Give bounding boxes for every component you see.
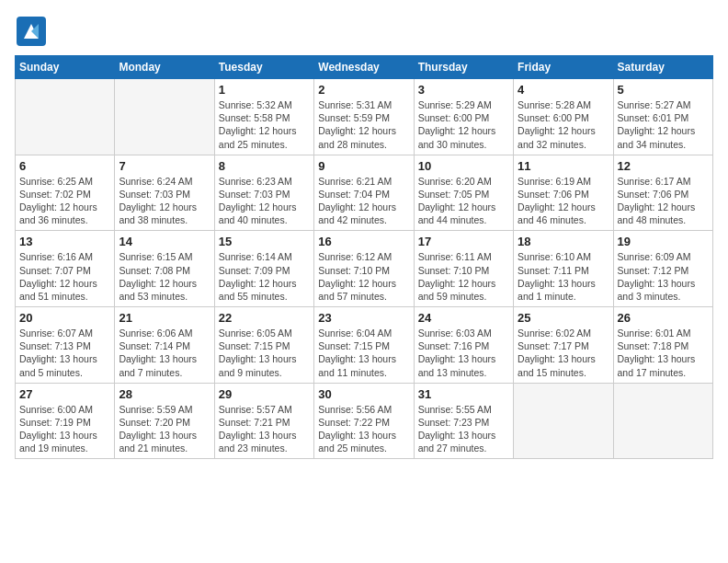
day-info: Sunrise: 5:28 AM Sunset: 6:00 PM Dayligh… xyxy=(518,98,609,151)
weekday-header-row: SundayMondayTuesdayWednesdayThursdayFrid… xyxy=(16,56,713,79)
day-info: Sunrise: 6:09 AM Sunset: 7:12 PM Dayligh… xyxy=(618,250,709,303)
day-number: 4 xyxy=(518,83,609,97)
day-number: 28 xyxy=(119,387,210,401)
calendar-cell: 8Sunrise: 6:23 AM Sunset: 7:03 PM Daylig… xyxy=(214,155,313,231)
day-number: 14 xyxy=(119,235,210,248)
calendar-cell: 6Sunrise: 6:25 AM Sunset: 7:02 PM Daylig… xyxy=(16,155,115,231)
weekday-header-friday: Friday xyxy=(514,56,613,79)
calendar-cell: 5Sunrise: 5:27 AM Sunset: 6:01 PM Daylig… xyxy=(613,79,712,155)
calendar-cell: 16Sunrise: 6:12 AM Sunset: 7:10 PM Dayli… xyxy=(314,231,414,307)
week-row-2: 6Sunrise: 6:25 AM Sunset: 7:02 PM Daylig… xyxy=(16,155,713,231)
day-number: 31 xyxy=(418,387,509,401)
calendar-table: SundayMondayTuesdayWednesdayThursdayFrid… xyxy=(15,55,713,459)
day-number: 17 xyxy=(418,235,509,248)
calendar-cell: 17Sunrise: 6:11 AM Sunset: 7:10 PM Dayli… xyxy=(414,231,513,307)
calendar-cell: 2Sunrise: 5:31 AM Sunset: 5:59 PM Daylig… xyxy=(314,79,414,155)
page-header xyxy=(15,15,713,48)
calendar-cell: 25Sunrise: 6:02 AM Sunset: 7:17 PM Dayli… xyxy=(514,307,613,384)
day-info: Sunrise: 6:19 AM Sunset: 7:06 PM Dayligh… xyxy=(518,175,609,227)
calendar-cell: 1Sunrise: 5:32 AM Sunset: 5:58 PM Daylig… xyxy=(214,79,313,155)
day-number: 7 xyxy=(119,159,210,173)
day-info: Sunrise: 5:29 AM Sunset: 6:00 PM Dayligh… xyxy=(418,98,509,151)
day-info: Sunrise: 5:27 AM Sunset: 6:01 PM Dayligh… xyxy=(618,98,709,151)
day-info: Sunrise: 6:23 AM Sunset: 7:03 PM Dayligh… xyxy=(219,175,310,227)
calendar-cell: 24Sunrise: 6:03 AM Sunset: 7:16 PM Dayli… xyxy=(414,307,513,384)
calendar-cell xyxy=(514,383,613,459)
calendar-cell: 11Sunrise: 6:19 AM Sunset: 7:06 PM Dayli… xyxy=(514,155,613,231)
day-info: Sunrise: 6:21 AM Sunset: 7:04 PM Dayligh… xyxy=(318,175,409,227)
weekday-header-wednesday: Wednesday xyxy=(314,56,414,79)
day-number: 25 xyxy=(518,311,609,325)
calendar-cell: 4Sunrise: 5:28 AM Sunset: 6:00 PM Daylig… xyxy=(514,79,613,155)
day-number: 2 xyxy=(318,83,409,97)
day-info: Sunrise: 6:11 AM Sunset: 7:10 PM Dayligh… xyxy=(418,250,509,303)
calendar-cell xyxy=(16,79,115,155)
day-info: Sunrise: 6:00 AM Sunset: 7:19 PM Dayligh… xyxy=(19,403,110,455)
day-number: 3 xyxy=(418,83,509,97)
week-row-3: 13Sunrise: 6:16 AM Sunset: 7:07 PM Dayli… xyxy=(16,231,713,307)
calendar-cell: 31Sunrise: 5:55 AM Sunset: 7:23 PM Dayli… xyxy=(414,383,513,459)
day-number: 13 xyxy=(19,235,110,248)
week-row-4: 20Sunrise: 6:07 AM Sunset: 7:13 PM Dayli… xyxy=(16,307,713,384)
day-number: 29 xyxy=(219,387,310,401)
weekday-header-sunday: Sunday xyxy=(16,56,115,79)
day-info: Sunrise: 6:02 AM Sunset: 7:17 PM Dayligh… xyxy=(518,327,609,379)
weekday-header-saturday: Saturday xyxy=(613,56,712,79)
day-number: 10 xyxy=(418,159,509,173)
calendar-cell: 18Sunrise: 6:10 AM Sunset: 7:11 PM Dayli… xyxy=(514,231,613,307)
day-number: 6 xyxy=(19,159,110,173)
weekday-header-tuesday: Tuesday xyxy=(214,56,313,79)
day-number: 16 xyxy=(318,235,409,248)
day-info: Sunrise: 6:15 AM Sunset: 7:08 PM Dayligh… xyxy=(119,250,210,303)
calendar-cell: 21Sunrise: 6:06 AM Sunset: 7:14 PM Dayli… xyxy=(115,307,214,384)
day-number: 20 xyxy=(19,311,110,325)
day-info: Sunrise: 6:10 AM Sunset: 7:11 PM Dayligh… xyxy=(518,250,609,303)
calendar-cell: 7Sunrise: 6:24 AM Sunset: 7:03 PM Daylig… xyxy=(115,155,214,231)
calendar-cell: 13Sunrise: 6:16 AM Sunset: 7:07 PM Dayli… xyxy=(16,231,115,307)
weekday-header-monday: Monday xyxy=(115,56,214,79)
calendar-cell: 15Sunrise: 6:14 AM Sunset: 7:09 PM Dayli… xyxy=(214,231,313,307)
calendar-cell: 3Sunrise: 5:29 AM Sunset: 6:00 PM Daylig… xyxy=(414,79,513,155)
weekday-header-thursday: Thursday xyxy=(414,56,513,79)
calendar-cell: 23Sunrise: 6:04 AM Sunset: 7:15 PM Dayli… xyxy=(314,307,414,384)
day-info: Sunrise: 6:16 AM Sunset: 7:07 PM Dayligh… xyxy=(19,250,110,303)
day-number: 22 xyxy=(219,311,310,325)
day-info: Sunrise: 6:01 AM Sunset: 7:18 PM Dayligh… xyxy=(618,327,709,379)
day-info: Sunrise: 6:07 AM Sunset: 7:13 PM Dayligh… xyxy=(19,327,110,379)
day-number: 8 xyxy=(219,159,310,173)
calendar-cell: 28Sunrise: 5:59 AM Sunset: 7:20 PM Dayli… xyxy=(115,383,214,459)
day-info: Sunrise: 5:32 AM Sunset: 5:58 PM Dayligh… xyxy=(219,98,310,151)
calendar-cell: 20Sunrise: 6:07 AM Sunset: 7:13 PM Dayli… xyxy=(16,307,115,384)
day-info: Sunrise: 6:04 AM Sunset: 7:15 PM Dayligh… xyxy=(318,327,409,379)
day-info: Sunrise: 6:03 AM Sunset: 7:16 PM Dayligh… xyxy=(418,327,509,379)
week-row-5: 27Sunrise: 6:00 AM Sunset: 7:19 PM Dayli… xyxy=(16,383,713,459)
day-number: 24 xyxy=(418,311,509,325)
logo-icon xyxy=(15,15,48,48)
day-info: Sunrise: 6:24 AM Sunset: 7:03 PM Dayligh… xyxy=(119,175,210,227)
day-number: 26 xyxy=(618,311,709,325)
day-info: Sunrise: 6:05 AM Sunset: 7:15 PM Dayligh… xyxy=(219,327,310,379)
day-number: 5 xyxy=(618,83,709,97)
day-info: Sunrise: 5:59 AM Sunset: 7:20 PM Dayligh… xyxy=(119,403,210,455)
day-info: Sunrise: 5:57 AM Sunset: 7:21 PM Dayligh… xyxy=(219,403,310,455)
day-number: 15 xyxy=(219,235,310,248)
day-number: 19 xyxy=(618,235,709,248)
calendar-cell xyxy=(115,79,214,155)
day-number: 27 xyxy=(19,387,110,401)
day-info: Sunrise: 5:31 AM Sunset: 5:59 PM Dayligh… xyxy=(318,98,409,151)
calendar-cell xyxy=(613,383,712,459)
calendar-cell: 19Sunrise: 6:09 AM Sunset: 7:12 PM Dayli… xyxy=(613,231,712,307)
week-row-1: 1Sunrise: 5:32 AM Sunset: 5:58 PM Daylig… xyxy=(16,79,713,155)
calendar-cell: 22Sunrise: 6:05 AM Sunset: 7:15 PM Dayli… xyxy=(214,307,313,384)
day-number: 9 xyxy=(318,159,409,173)
day-info: Sunrise: 6:17 AM Sunset: 7:06 PM Dayligh… xyxy=(618,175,709,227)
day-info: Sunrise: 6:12 AM Sunset: 7:10 PM Dayligh… xyxy=(318,250,409,303)
day-number: 12 xyxy=(618,159,709,173)
day-info: Sunrise: 6:25 AM Sunset: 7:02 PM Dayligh… xyxy=(19,175,110,227)
day-info: Sunrise: 6:20 AM Sunset: 7:05 PM Dayligh… xyxy=(418,175,509,227)
day-info: Sunrise: 5:55 AM Sunset: 7:23 PM Dayligh… xyxy=(418,403,509,455)
calendar-cell: 14Sunrise: 6:15 AM Sunset: 7:08 PM Dayli… xyxy=(115,231,214,307)
day-number: 30 xyxy=(318,387,409,401)
calendar-cell: 12Sunrise: 6:17 AM Sunset: 7:06 PM Dayli… xyxy=(613,155,712,231)
logo xyxy=(15,15,51,48)
